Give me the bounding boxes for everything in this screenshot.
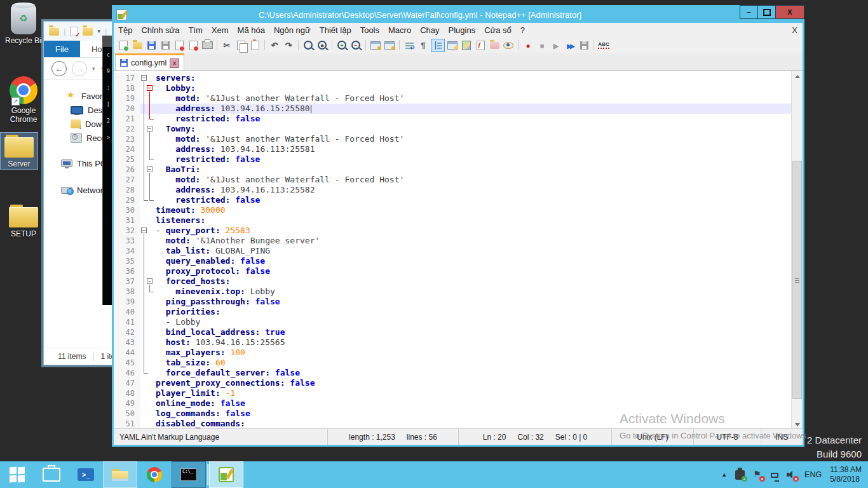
editor-line-33[interactable]: 33 motd: '&1Another Bungee server' [114, 236, 792, 246]
fold-margin[interactable] [140, 419, 156, 429]
fold-margin[interactable] [140, 246, 156, 256]
fold-margin[interactable] [140, 348, 156, 358]
scroll-up-icon[interactable] [792, 71, 803, 81]
save-icon[interactable] [145, 39, 158, 51]
menu-item[interactable]: Tools [356, 25, 384, 35]
vertical-scrollbar[interactable] [791, 71, 803, 430]
editor-line-38[interactable]: 38 minevenix.top: Lobby [114, 287, 792, 297]
close-document-icon[interactable]: X [792, 25, 797, 35]
menu-item[interactable]: Chạy [416, 25, 444, 35]
forward-button[interactable]: → [72, 61, 87, 76]
document-map-icon[interactable] [460, 39, 473, 51]
editor-line-45[interactable]: 45 tab_size: 60 [114, 358, 792, 368]
editor-line-36[interactable]: 36 proxy_protocol: false [114, 266, 792, 276]
fold-margin[interactable] [140, 409, 156, 419]
fold-margin[interactable] [140, 297, 156, 307]
editor-line-29[interactable]: 29 restricted: false [114, 195, 792, 205]
tab-close-icon[interactable]: x [170, 58, 179, 68]
editor-line-30[interactable]: 30timeout: 30000 [114, 205, 792, 215]
new-file-icon[interactable] [117, 39, 130, 51]
menu-item[interactable]: Ngôn ngữ [269, 25, 315, 35]
editor-line-42[interactable]: 42 bind_local_address: true [114, 327, 792, 337]
editor-line-21[interactable]: 21 restricted: false [114, 114, 792, 124]
fold-margin[interactable] [140, 287, 156, 297]
editor-line-41[interactable]: 41 - Lobby [114, 317, 792, 327]
network-status-icon[interactable] [771, 473, 778, 478]
cut-icon[interactable]: ✂ [220, 39, 233, 51]
replace-icon[interactable]: a [316, 39, 329, 51]
history-dropdown-icon[interactable]: ▾ [92, 65, 95, 72]
editor-line-23[interactable]: 23 motd: '&1Just another Waterfall - For… [114, 134, 792, 144]
function-list-icon[interactable]: f [474, 39, 487, 51]
taskbar-cmd[interactable]: C:\_ [172, 461, 206, 488]
fold-margin[interactable] [140, 236, 156, 246]
menu-item[interactable]: ? [516, 25, 529, 35]
desktop-icon-recycle-bin[interactable]: Recycle Bin [5, 5, 42, 45]
fold-margin[interactable] [140, 175, 156, 185]
notepadpp-window[interactable]: C:\Users\Administrator\Desktop\Server\Wa… [112, 5, 804, 447]
new-folder-icon[interactable] [83, 27, 93, 36]
redo-icon[interactable]: ↷ [282, 39, 295, 51]
taskbar-powershell[interactable]: >_ [69, 461, 103, 488]
quick-access-dropdown-icon[interactable]: ▾ [97, 28, 100, 34]
fold-margin[interactable] [140, 388, 156, 398]
fold-margin[interactable] [140, 368, 156, 378]
fold-margin[interactable] [140, 205, 156, 215]
undo-icon[interactable]: ↶ [268, 39, 281, 51]
editor-line-19[interactable]: 19 motd: '&1Just another Waterfall - For… [114, 93, 792, 104]
menu-item[interactable]: Cửa sổ [480, 25, 516, 35]
zoom-out-icon[interactable]: − [349, 39, 362, 51]
fold-margin[interactable] [140, 154, 156, 165]
input-language[interactable]: ENG [804, 470, 822, 479]
editor-line-24[interactable]: 24 address: 103.94.16.113:25581 [114, 144, 792, 154]
desktop-icon-setup[interactable]: SETUP [5, 205, 42, 238]
volume-muted-icon[interactable]: ✕ [787, 470, 796, 480]
close-all-icon[interactable] [187, 39, 200, 51]
menu-item[interactable]: Mã hóa [233, 25, 269, 35]
editor-line-51[interactable]: 51disabled_commands: [114, 419, 792, 429]
editor-line-46[interactable]: 46 force_default_server: false [114, 368, 792, 378]
fold-margin[interactable] [140, 317, 156, 327]
menu-item[interactable]: Macro [384, 25, 416, 35]
menu-item[interactable]: Tìm [184, 25, 207, 35]
macro-save-icon[interactable] [578, 39, 590, 51]
folder-as-workspace-icon[interactable] [488, 39, 501, 51]
desktop-icon-google-chrome[interactable]: ↗ Google Chrome [5, 76, 42, 124]
fold-margin[interactable] [140, 398, 156, 409]
fold-margin[interactable] [140, 307, 156, 317]
editor-line-40[interactable]: 40 priorities: [114, 307, 792, 317]
taskbar-file-explorer[interactable] [103, 461, 137, 488]
fold-margin[interactable] [140, 337, 156, 348]
safely-remove-hardware-icon[interactable]: ✓ [735, 470, 745, 480]
fold-margin[interactable] [140, 134, 156, 144]
sidebar-item-network[interactable]: Network [61, 184, 107, 196]
editor-line-17[interactable]: 17servers: [114, 73, 792, 83]
spell-check-icon[interactable]: ABC [597, 39, 610, 51]
save-all-icon[interactable] [159, 39, 172, 51]
editor-line-47[interactable]: 47prevent_proxy_connections: false [114, 378, 792, 388]
copy-icon[interactable] [234, 39, 247, 51]
editor-line-34[interactable]: 34 tab_list: GLOBAL_PING [114, 246, 792, 256]
paste-icon[interactable] [248, 39, 261, 51]
editor-line-44[interactable]: 44 max_players: 100 [114, 348, 792, 358]
taskbar-notepadpp[interactable] [209, 461, 243, 488]
print-icon[interactable] [201, 39, 214, 51]
editor-line-20[interactable]: 20 address: 103.94.16.15:25580 [114, 104, 792, 114]
show-all-characters-icon[interactable]: ¶ [417, 39, 430, 51]
sync-scroll-horizontal-icon[interactable] [383, 39, 396, 51]
find-icon[interactable] [302, 39, 315, 51]
fold-margin[interactable] [140, 83, 156, 93]
fold-margin[interactable] [140, 165, 156, 175]
macro-record-icon[interactable]: ● [522, 39, 534, 51]
sidebar-item-this-pc[interactable]: This PC [61, 157, 106, 170]
fold-margin[interactable] [140, 93, 156, 104]
editor-line-50[interactable]: 50log_commands: false [114, 409, 792, 419]
macro-run-multiple-icon[interactable]: ▶▶ [564, 39, 576, 51]
fold-margin[interactable] [140, 256, 156, 266]
macro-stop-icon[interactable]: ■ [536, 39, 548, 51]
maximize-button[interactable] [758, 5, 776, 19]
show-hidden-icons-icon[interactable]: ▲ [721, 471, 727, 478]
menu-item[interactable]: Xem [207, 25, 233, 35]
start-button[interactable] [0, 461, 34, 488]
editor-line-28[interactable]: 28 address: 103.94.16.113:25582 [114, 185, 792, 195]
